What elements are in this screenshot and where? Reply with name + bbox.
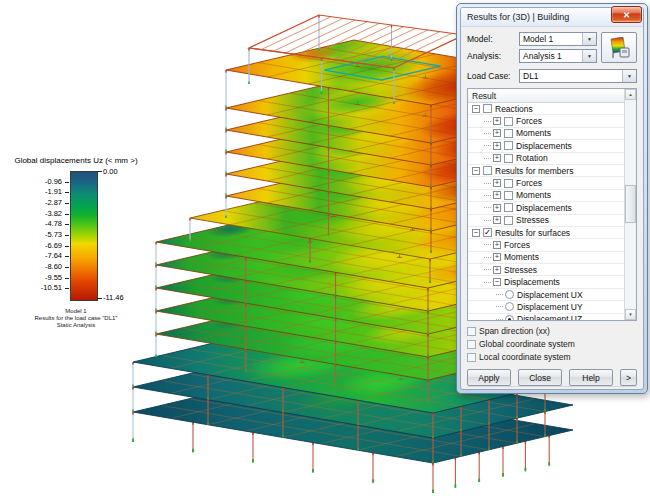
expand-icon[interactable]: + xyxy=(493,117,501,125)
tree-connector xyxy=(484,220,491,221)
checkbox[interactable] xyxy=(504,179,513,188)
tree-row-label: Moments xyxy=(504,252,539,262)
loadcase-select[interactable]: DL1▼ xyxy=(519,69,637,83)
option-row[interactable]: Span direction (xx) xyxy=(467,325,637,337)
more-button[interactable]: > xyxy=(620,369,637,386)
legend-footer-analysis: Static Analysis xyxy=(8,322,144,329)
option-label: Local coordinate system xyxy=(479,352,571,362)
tree-row-label: Rotation xyxy=(516,153,548,163)
tree-row[interactable]: Displacement UZ xyxy=(468,314,624,321)
tree-connector xyxy=(484,195,491,196)
tree-row[interactable]: +Forces xyxy=(468,115,624,127)
tree-row[interactable]: +Moments xyxy=(468,190,624,202)
display-options: Span direction (xx)Global coordinate sys… xyxy=(467,325,637,364)
tree-row[interactable]: −Reactions xyxy=(468,103,624,115)
collapse-icon[interactable]: − xyxy=(472,229,480,237)
radio-button[interactable] xyxy=(505,290,514,299)
selection-fields: Model:Model 1▼Analysis:Analysis 1▼Load C… xyxy=(467,32,637,86)
tree-row[interactable]: +Forces xyxy=(468,239,624,251)
expand-icon[interactable]: + xyxy=(493,179,501,187)
tree-row[interactable]: −Displacements xyxy=(468,276,624,288)
tree-row[interactable]: −Results for members xyxy=(468,165,624,177)
tree-row-label: Moments xyxy=(516,128,551,138)
option-row[interactable]: Local coordinate system xyxy=(467,351,637,363)
tree-row-label: Displacements xyxy=(504,277,560,287)
tree-row[interactable]: +Moments xyxy=(468,252,624,264)
tree-row[interactable]: +Displacements xyxy=(468,140,624,152)
expand-icon[interactable]: + xyxy=(493,216,501,224)
chevron-down-icon[interactable]: ▼ xyxy=(582,33,596,45)
application-window: Global displacements Uz (< mm >) -0.96-1… xyxy=(0,0,650,500)
result-tree: Result −Reactions+Forces+Moments+Displac… xyxy=(467,88,637,321)
tree-row[interactable]: Displacement UY xyxy=(468,301,624,313)
option-label: Span direction (xx) xyxy=(479,326,550,336)
collapse-icon[interactable]: − xyxy=(472,167,480,175)
legend-tickline xyxy=(65,235,69,236)
checkbox[interactable] xyxy=(467,353,476,362)
tree-connector xyxy=(484,244,491,245)
option-row[interactable]: Global coordinate system xyxy=(467,338,637,350)
collapse-icon[interactable]: − xyxy=(493,278,501,286)
checkbox[interactable] xyxy=(504,216,513,225)
checkbox[interactable] xyxy=(504,203,513,212)
panel-title: Results for (3D) | Building xyxy=(467,12,569,22)
checkbox[interactable] xyxy=(483,228,492,237)
expand-icon[interactable]: + xyxy=(493,204,501,212)
tree-connector xyxy=(484,133,491,134)
checkbox[interactable] xyxy=(467,327,476,336)
scroll-up-icon[interactable]: ▲ xyxy=(625,89,636,100)
tree-connector xyxy=(496,306,503,307)
checkbox[interactable] xyxy=(467,340,476,349)
chevron-down-icon[interactable]: ▼ xyxy=(582,50,596,62)
tree-row[interactable]: +Moments xyxy=(468,128,624,140)
scroll-down-icon[interactable]: ▼ xyxy=(625,309,636,320)
help-button[interactable]: Help xyxy=(569,369,613,386)
apply-button[interactable]: Apply xyxy=(467,369,511,386)
checkbox[interactable] xyxy=(504,141,513,150)
tree-row-label: Displacements xyxy=(516,141,572,151)
tree-connector xyxy=(484,121,491,122)
legend-tick-label: -6.69 xyxy=(8,242,62,250)
field-label: Load Case: xyxy=(467,71,519,81)
checkbox[interactable] xyxy=(483,104,492,113)
tree-row[interactable]: +Rotation xyxy=(468,153,624,165)
scrollbar-thumb[interactable] xyxy=(625,185,636,223)
collapse-icon[interactable]: − xyxy=(472,105,480,113)
expand-icon[interactable]: + xyxy=(493,266,501,274)
legend-min-tickline xyxy=(97,298,102,299)
checkbox[interactable] xyxy=(504,154,513,163)
checkbox[interactable] xyxy=(504,191,513,200)
checkbox[interactable] xyxy=(504,129,513,138)
legend-tickline xyxy=(65,256,69,257)
close-icon[interactable]: ✕ xyxy=(611,6,642,23)
option-label: Global coordinate system xyxy=(479,339,575,349)
legend-tickline xyxy=(65,246,69,247)
checkbox[interactable] xyxy=(504,117,513,126)
checkbox[interactable] xyxy=(483,166,492,175)
model-select[interactable]: Model 1▼ xyxy=(519,32,597,46)
close-button[interactable]: Close xyxy=(518,369,562,386)
legend-footer: Model 1 Results for the load case "DL1" … xyxy=(8,308,144,329)
tree-scrollbar[interactable]: ▲ ▼ xyxy=(624,89,636,320)
expand-icon[interactable]: + xyxy=(493,253,501,261)
expand-icon[interactable]: + xyxy=(493,191,501,199)
expand-icon[interactable]: + xyxy=(493,142,501,150)
tree-row[interactable]: +Displacements xyxy=(468,202,624,214)
tree-row-label: Stresses xyxy=(516,215,549,225)
tree-row[interactable]: Displacement UX xyxy=(468,289,624,301)
expand-icon[interactable]: + xyxy=(493,154,501,162)
tree-row[interactable]: +Stresses xyxy=(468,215,624,227)
expand-icon[interactable]: + xyxy=(493,241,501,249)
tree-connector xyxy=(484,183,491,184)
tree-row[interactable]: +Forces xyxy=(468,177,624,189)
chevron-down-icon[interactable]: ▼ xyxy=(622,70,636,82)
analysis-select[interactable]: Analysis 1▼ xyxy=(519,49,597,63)
legend-tick-label: -1.91 xyxy=(8,188,62,196)
tree-row[interactable]: −Results for surfaces xyxy=(468,227,624,239)
expand-icon[interactable]: + xyxy=(493,129,501,137)
legend-tick-label: -3.82 xyxy=(8,210,62,218)
tree-row[interactable]: +Stresses xyxy=(468,264,624,276)
radio-button[interactable] xyxy=(505,302,514,311)
panel-settings-button[interactable] xyxy=(601,32,637,63)
radio-button[interactable] xyxy=(505,315,514,321)
